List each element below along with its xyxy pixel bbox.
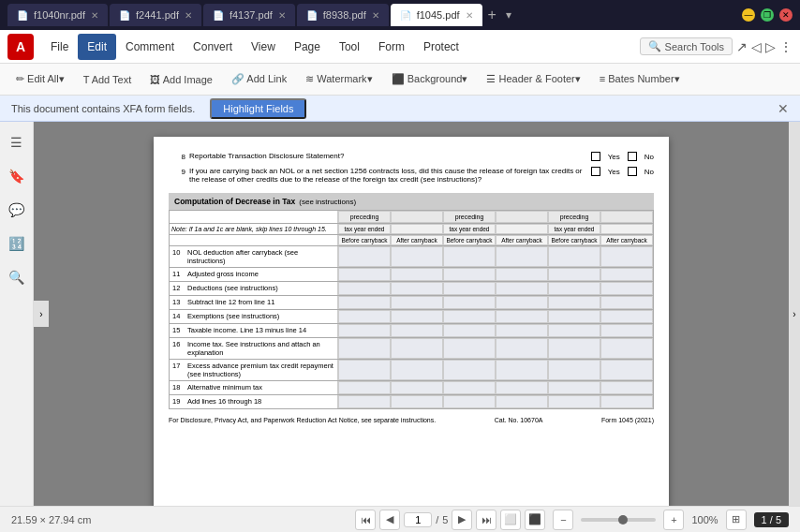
data-cell[interactable] [338,296,391,309]
menu-item-file[interactable]: File [41,34,78,60]
data-cell[interactable] [496,395,548,408]
data-cell[interactable] [338,395,391,408]
tab-close-button[interactable]: ✕ [278,10,286,21]
data-cell[interactable] [600,324,653,337]
tab-close-button[interactable]: ✕ [185,10,192,21]
menu-item-page[interactable]: Page [285,34,330,60]
tab-tab5[interactable]: 📄f1045.pdf✕ [391,4,482,26]
tab-tab2[interactable]: 📄f2441.pdf✕ [110,4,201,26]
data-cell[interactable] [496,324,548,337]
highlight-fields-button[interactable]: Highlight Fields [210,98,306,119]
close-button[interactable]: ✕ [779,8,793,22]
data-cell[interactable] [443,360,496,380]
data-cell[interactable] [496,360,548,380]
right-panel-expand-button[interactable]: › [789,122,800,506]
data-cell[interactable] [548,395,600,408]
data-cell[interactable] [496,310,548,323]
external-link-icon[interactable]: ↗ [736,39,748,54]
toolbar-btn[interactable]: ⬛ Background▾ [383,69,477,89]
data-cell[interactable] [391,310,443,323]
data-cell[interactable] [443,282,496,295]
sidebar-icon-search[interactable]: 🔍 [4,264,30,290]
menu-item-edit[interactable]: Edit [78,34,116,60]
data-cell[interactable] [391,268,443,281]
sidebar-expand-button[interactable]: › [34,301,49,327]
data-cell[interactable] [338,360,391,380]
toolbar-btn[interactable]: ☰ Header & Footer▾ [478,69,588,89]
data-cell[interactable] [600,268,653,281]
menu-item-form[interactable]: Form [369,34,414,60]
data-cell[interactable] [443,395,496,408]
menu-item-tool[interactable]: Tool [330,34,369,60]
tab-tab1[interactable]: 📄f1040nr.pdf✕ [7,4,108,26]
data-cell[interactable] [600,381,653,394]
menu-item-convert[interactable]: Convert [184,34,242,60]
data-cell[interactable] [338,381,391,394]
sidebar-icon-comment[interactable]: 💬 [4,197,30,223]
sidebar-icon-layers[interactable]: 🔢 [4,230,30,257]
maximize-button[interactable]: ❐ [761,8,774,22]
sidebar-icon-bookmark[interactable]: 🔖 [4,163,30,189]
data-cell[interactable] [443,310,496,323]
zoom-slider[interactable] [581,518,656,522]
page-number-input[interactable] [404,512,432,527]
more-icon[interactable]: ⋮ [779,39,793,54]
data-cell[interactable] [391,282,443,295]
menu-item-comment[interactable]: Comment [116,34,184,60]
data-cell[interactable] [600,338,653,359]
sidebar-icon-menu[interactable]: ☰ [4,129,30,155]
zoom-in-button[interactable]: + [663,510,684,530]
notification-close-button[interactable]: ✕ [778,101,789,116]
data-cell[interactable] [443,381,496,394]
line9-no-checkbox[interactable] [628,167,637,176]
data-cell[interactable] [548,381,600,394]
fit-page-button[interactable]: ⬜ [500,510,521,530]
data-cell[interactable] [548,282,600,295]
data-cell[interactable] [496,381,548,394]
data-cell[interactable] [443,246,496,267]
data-cell[interactable] [391,324,443,337]
data-cell[interactable] [338,324,391,337]
forward-icon[interactable]: ▷ [765,39,776,54]
toolbar-btn[interactable]: ✏ Edit All▾ [7,69,73,89]
fit-width-button[interactable]: ⬛ [525,510,545,530]
new-tab-button[interactable]: + [484,7,500,23]
data-cell[interactable] [548,296,600,309]
data-cell[interactable] [338,338,391,359]
prev-page-button[interactable]: ◀ [379,510,400,530]
data-cell[interactable] [338,310,391,323]
tab-overflow-button[interactable]: ▾ [502,8,515,22]
data-cell[interactable] [496,246,548,267]
data-cell[interactable] [391,296,443,309]
data-cell[interactable] [391,360,443,380]
data-cell[interactable] [496,268,548,281]
data-cell[interactable] [548,310,600,323]
data-cell[interactable] [548,360,600,380]
tab-close-button[interactable]: ✕ [372,10,379,21]
data-cell[interactable] [496,282,548,295]
next-page-button[interactable]: ▶ [452,510,472,530]
first-page-button[interactable]: ⏮ [355,510,376,530]
data-cell[interactable] [391,381,443,394]
data-cell[interactable] [600,360,653,380]
search-tools-button[interactable]: 🔍 Search Tools [640,37,733,55]
data-cell[interactable] [443,324,496,337]
view-options-button[interactable]: ⊞ [726,510,747,530]
data-cell[interactable] [391,338,443,359]
data-cell[interactable] [600,310,653,323]
line8-no-checkbox[interactable] [628,152,637,161]
toolbar-btn[interactable]: T Add Text [75,70,141,89]
line8-yes-checkbox[interactable] [591,152,600,161]
data-cell[interactable] [391,395,443,408]
tab-tab3[interactable]: 📄f4137.pdf✕ [203,4,295,26]
tab-tab4[interactable]: 📄f8938.pdf✕ [297,4,389,26]
zoom-out-button[interactable]: − [553,510,573,530]
data-cell[interactable] [338,268,391,281]
toolbar-btn[interactable]: 🖼 Add Image [141,70,221,89]
tab-close-button[interactable]: ✕ [466,10,473,21]
data-cell[interactable] [600,296,653,309]
data-cell[interactable] [443,338,496,359]
data-cell[interactable] [443,268,496,281]
data-cell[interactable] [600,395,653,408]
data-cell[interactable] [391,246,443,267]
